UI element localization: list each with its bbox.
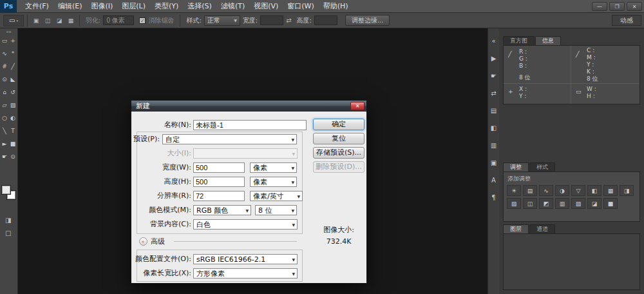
- black-white-icon[interactable]: ◨: [620, 185, 634, 196]
- subtract-from-selection-icon[interactable]: ◪: [54, 15, 64, 26]
- menu-item[interactable]: 窗口(W): [283, 0, 318, 13]
- save-preset-button[interactable]: 存储预设(S)...: [313, 147, 365, 159]
- screen-mode-icon[interactable]: □: [5, 230, 11, 237]
- invert-icon[interactable]: ◩: [539, 198, 553, 209]
- ok-button[interactable]: 确定: [313, 119, 365, 130]
- cmyk-bit-depth[interactable]: 8 位: [587, 75, 598, 83]
- photoshop-logo[interactable]: Ps: [0, 0, 17, 13]
- history-brush-tool-icon[interactable]: ↺: [9, 86, 17, 99]
- menu-item[interactable]: 文件(F): [21, 0, 53, 13]
- close-button[interactable]: ✕: [627, 2, 642, 11]
- lasso-tool-icon[interactable]: ∿: [1, 47, 9, 60]
- tab-styles[interactable]: 样式: [529, 162, 555, 172]
- rectangular-marquee-tool-icon[interactable]: ▭: [1, 34, 9, 47]
- tab-histogram[interactable]: 直方图: [503, 36, 535, 45]
- curves-icon[interactable]: ∿: [539, 185, 553, 196]
- foreground-color-swatch[interactable]: [2, 186, 10, 194]
- style-select[interactable]: 正常 ▼: [204, 15, 240, 26]
- pen-tool-icon[interactable]: ╲: [1, 124, 9, 137]
- height-unit-select[interactable]: 像素▼: [250, 177, 297, 187]
- crop-tool-icon[interactable]: #: [1, 60, 9, 73]
- channel-mixer-icon[interactable]: ◫: [523, 198, 537, 209]
- menu-item[interactable]: 帮助(H): [319, 0, 353, 13]
- dialog-close-button[interactable]: ✕: [350, 102, 365, 110]
- exposure-icon[interactable]: ◑: [555, 185, 569, 196]
- eyedropper-tool-icon[interactable]: ╱: [9, 60, 17, 73]
- healing-brush-tool-icon[interactable]: ⊙: [1, 73, 9, 86]
- collapse-panels-icon[interactable]: «: [489, 36, 498, 45]
- threshold-icon[interactable]: ▨: [571, 198, 585, 209]
- tab-adjustments[interactable]: 调整: [503, 162, 529, 172]
- tool-preset-picker[interactable]: ▭ ▾: [3, 15, 24, 26]
- feather-input[interactable]: [103, 15, 134, 25]
- type-tool-icon[interactable]: T: [9, 124, 17, 137]
- gradient-map-icon[interactable]: ◪: [587, 198, 601, 209]
- histogram-panel-icon[interactable]: ▤: [489, 106, 498, 115]
- menu-item[interactable]: 图像(I): [86, 0, 117, 13]
- clone-stamp-tool-icon[interactable]: ⌂: [1, 86, 9, 99]
- collapse-icon[interactable]: »: [139, 237, 147, 246]
- resolution-input[interactable]: [193, 191, 245, 201]
- width-input[interactable]: [193, 162, 245, 173]
- pixel-aspect-select[interactable]: 方形像素▼: [193, 268, 298, 279]
- add-to-selection-icon[interactable]: ◫: [43, 15, 53, 26]
- height-input[interactable]: [193, 177, 245, 187]
- path-selection-tool-icon[interactable]: ►: [1, 137, 9, 150]
- dialog-title-bar[interactable]: 新建: [131, 101, 366, 112]
- selective-color-icon[interactable]: ■: [603, 198, 618, 209]
- blur-tool-icon[interactable]: ○: [1, 112, 9, 124]
- color-profile-select[interactable]: sRGB IEC61966-2.1▼: [193, 254, 298, 264]
- tab-channels[interactable]: 通道: [529, 224, 555, 233]
- swap-panel-icon[interactable]: ⇄: [489, 88, 498, 97]
- resolution-unit-select[interactable]: 像素/英寸▼: [250, 191, 303, 201]
- preset-select[interactable]: 自定▼: [162, 134, 297, 144]
- minimize-button[interactable]: —: [592, 2, 607, 11]
- gradient-tool-icon[interactable]: ▨: [9, 99, 17, 112]
- document-name-input[interactable]: [193, 120, 307, 130]
- shape-tool-icon[interactable]: ■: [9, 137, 17, 150]
- posterize-icon[interactable]: ▥: [555, 198, 569, 209]
- hand-tool-icon[interactable]: ☛: [1, 150, 9, 163]
- refine-edge-button[interactable]: 调整边缘...: [345, 15, 390, 26]
- dodge-tool-icon[interactable]: ◐: [9, 112, 17, 124]
- advanced-section-header[interactable]: » 高级: [139, 237, 165, 246]
- swap-dimensions-icon[interactable]: ⇄: [286, 17, 291, 24]
- tab-layers[interactable]: 图层: [503, 224, 529, 233]
- menu-item[interactable]: 图层(L): [117, 0, 150, 13]
- masks-panel-icon[interactable]: ◧: [489, 123, 498, 132]
- color-balance-icon[interactable]: ▦: [603, 185, 618, 196]
- brightness-contrast-icon[interactable]: ☀: [507, 185, 521, 196]
- bit-depth-select[interactable]: 8 位▼: [255, 205, 297, 215]
- actions-panel-icon[interactable]: ▶: [489, 54, 498, 63]
- rgb-bit-depth[interactable]: 8 位: [519, 74, 531, 82]
- zoom-tool-icon[interactable]: ⊙: [9, 150, 17, 163]
- workspace-switcher[interactable]: 动感: [612, 15, 641, 26]
- menu-item[interactable]: 滤镜(T): [216, 0, 249, 13]
- height-input[interactable]: [314, 15, 337, 25]
- width-unit-select[interactable]: 像素▼: [250, 162, 297, 173]
- background-contents-select[interactable]: 白色▼: [193, 219, 298, 230]
- antialias-checkbox[interactable]: ✓: [139, 17, 146, 24]
- quick-mask-icon[interactable]: ◨: [5, 217, 11, 224]
- vibrance-icon[interactable]: ▽: [571, 185, 585, 196]
- paths-panel-icon[interactable]: ▥: [489, 141, 498, 150]
- brush-tool-icon[interactable]: ◣: [9, 73, 17, 86]
- intersect-selection-icon[interactable]: ▦: [66, 15, 76, 26]
- eraser-tool-icon[interactable]: ▱: [1, 99, 9, 112]
- reset-button[interactable]: 复位: [313, 133, 365, 144]
- paragraph-panel-icon[interactable]: ¶: [489, 193, 498, 202]
- tab-info[interactable]: 信息: [535, 36, 561, 45]
- quick-selection-tool-icon[interactable]: *: [9, 47, 17, 60]
- navigator-panel-icon[interactable]: ▣: [489, 158, 498, 167]
- toolbar-grip[interactable]: ▪▪: [0, 28, 17, 34]
- character-panel-icon[interactable]: A: [489, 175, 498, 184]
- move-tool-icon[interactable]: +: [9, 34, 17, 47]
- color-mode-select[interactable]: RGB 颜色▼: [193, 205, 251, 215]
- new-selection-icon[interactable]: ▣: [31, 15, 41, 26]
- width-input[interactable]: [260, 15, 283, 25]
- restore-button[interactable]: ❐: [609, 2, 625, 11]
- menu-item[interactable]: 编辑(E): [53, 0, 87, 13]
- hue-saturation-icon[interactable]: ◧: [587, 185, 601, 196]
- menu-item[interactable]: 选择(S): [183, 0, 216, 13]
- hand-panel-icon[interactable]: ☛: [489, 71, 498, 80]
